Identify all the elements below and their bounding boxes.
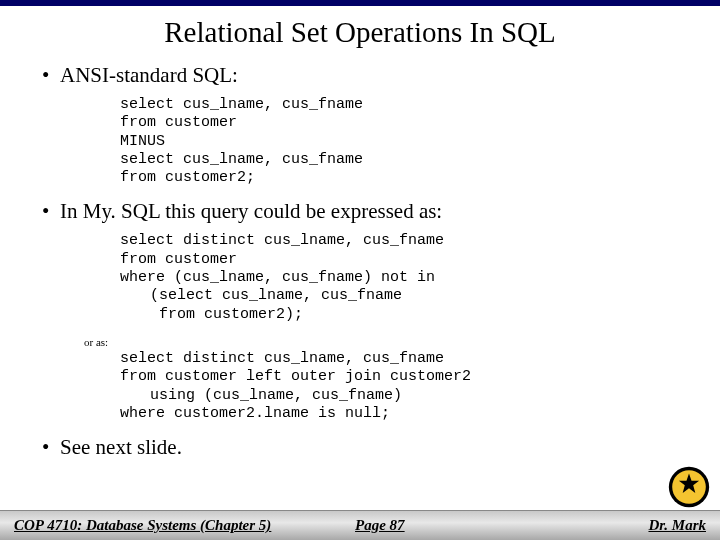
code-line: using (cus_lname, cus_fname): [120, 387, 690, 405]
ucf-logo-icon: [668, 466, 710, 508]
footer-author: Dr. Mark: [648, 517, 706, 534]
footer-page: Page 87: [355, 517, 405, 534]
code-line: select distinct cus_lname, cus_fname: [120, 350, 444, 367]
slide-content: •ANSI-standard SQL: select cus_lname, cu…: [0, 63, 720, 460]
code-line: (select cus_lname, cus_fname: [120, 287, 690, 305]
bullet-dot: •: [42, 63, 60, 88]
bullet-mysql-text: In My. SQL this query could be expressed…: [60, 199, 442, 223]
slide-title: Relational Set Operations In SQL: [0, 16, 720, 49]
bullet-see: •See next slide.: [42, 435, 690, 460]
code-line: from customer: [120, 251, 237, 268]
bullet-dot: •: [42, 435, 60, 460]
code-mysql-1: select distinct cus_lname, cus_fname fro…: [120, 232, 690, 323]
bullet-dot: •: [42, 199, 60, 224]
code-line: where customer2.lname is null;: [120, 405, 390, 422]
bullet-see-text: See next slide.: [60, 435, 182, 459]
footer-course: COP 4710: Database Systems (Chapter 5): [14, 517, 271, 534]
footer-bar: COP 4710: Database Systems (Chapter 5) P…: [0, 510, 720, 540]
code-line: where (cus_lname, cus_fname) not in: [120, 269, 435, 286]
code-line: select distinct cus_lname, cus_fname: [120, 232, 444, 249]
code-line: select cus_lname, cus_fname: [120, 96, 363, 113]
code-mysql-2: select distinct cus_lname, cus_fname fro…: [120, 350, 690, 423]
code-line: select cus_lname, cus_fname: [120, 151, 363, 168]
top-accent-bar: [0, 0, 720, 6]
code-line: MINUS: [120, 133, 165, 150]
or-as-label: or as:: [84, 336, 690, 348]
bullet-mysql: •In My. SQL this query could be expresse…: [42, 199, 690, 224]
bullet-ansi: •ANSI-standard SQL:: [42, 63, 690, 88]
code-line: from customer2);: [120, 306, 690, 324]
footer: COP 4710: Database Systems (Chapter 5) P…: [0, 510, 720, 540]
code-line: from customer left outer join customer2: [120, 368, 471, 385]
code-ansi: select cus_lname, cus_fname from custome…: [120, 96, 690, 187]
code-line: from customer2;: [120, 169, 255, 186]
code-line: from customer: [120, 114, 237, 131]
bullet-ansi-text: ANSI-standard SQL:: [60, 63, 238, 87]
